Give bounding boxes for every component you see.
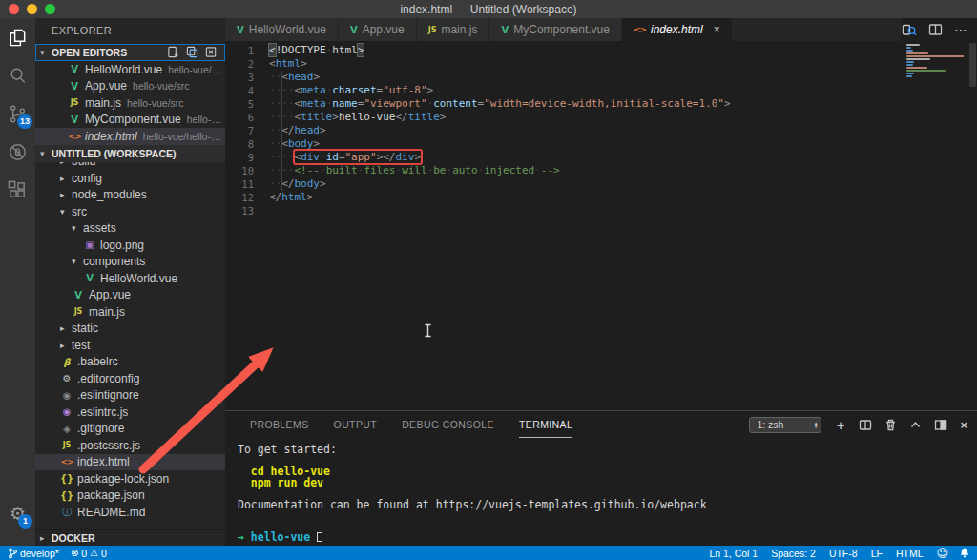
terminal-line: Documentation can be found at https://vu… bbox=[238, 500, 977, 511]
tree-item-components[interactable]: ▾components bbox=[35, 254, 225, 271]
tree-item--eslintignore[interactable]: ◉.eslintignore bbox=[35, 387, 225, 404]
tree-item-label: build bbox=[72, 162, 95, 169]
tree-item-label: package-lock.json bbox=[77, 472, 169, 486]
tree-item-label: index.html bbox=[77, 455, 130, 468]
open-editor-item[interactable]: VApp.vuehello-vue/src bbox=[35, 78, 225, 95]
close-panel-icon[interactable]: × bbox=[960, 419, 967, 431]
title-bar: index.html — Untitled (Workspace) bbox=[0, 0, 977, 18]
tree-item-build[interactable]: ▸build bbox=[35, 162, 225, 171]
tree-item-assets[interactable]: ▾assets bbox=[35, 220, 225, 238]
debug-icon[interactable] bbox=[0, 133, 35, 171]
tree-item-static[interactable]: ▸static bbox=[35, 321, 225, 338]
tree-item-app-vue[interactable]: VApp.vue bbox=[35, 287, 225, 304]
git-branch-indicator[interactable]: develop* bbox=[8, 548, 59, 559]
editor-scrollbar[interactable] bbox=[969, 43, 976, 87]
tree-item--babelrc[interactable]: β.babelrc bbox=[35, 354, 225, 371]
new-terminal-icon[interactable]: ＋ bbox=[834, 419, 846, 431]
open-editor-path: hello-vue/src/… bbox=[168, 64, 225, 75]
kill-terminal-icon[interactable] bbox=[884, 419, 897, 431]
docker-section-header[interactable]: ▸ DOCKER bbox=[35, 529, 225, 546]
save-all-icon[interactable] bbox=[186, 46, 198, 60]
code-line: 4····<meta·charset="utf-8"> bbox=[225, 84, 977, 97]
tree-item-main-js[interactable]: JSmain.js bbox=[35, 303, 225, 321]
status-language-mode[interactable]: HTML bbox=[896, 548, 924, 559]
status-encoding[interactable]: UTF-8 bbox=[829, 548, 858, 559]
terminal-output[interactable]: To get started: cd hello-vue npm run dev… bbox=[225, 438, 977, 546]
explorer-sidebar: EXPLORER ▾ OPEN EDITORS VHelloWorld.vueh… bbox=[35, 18, 225, 546]
tree-item-helloworld-vue[interactable]: VHelloWorld.vue bbox=[35, 270, 225, 287]
new-untitled-file-icon[interactable] bbox=[167, 46, 179, 60]
editor-tab-main-js[interactable]: JSmain.js bbox=[417, 18, 490, 41]
terminal-line bbox=[238, 456, 977, 467]
status-cursor-position[interactable]: Ln 1, Col 1 bbox=[709, 548, 758, 559]
open-preview-icon[interactable] bbox=[902, 23, 917, 37]
explorer-icon[interactable] bbox=[0, 18, 35, 56]
open-editor-item[interactable]: VMyComponent.vuehello-vue… bbox=[35, 112, 225, 129]
bottom-panel: PROBLEMSOUTPUTDEBUG CONSOLETERMINAL 1: z… bbox=[225, 410, 977, 546]
tab-label: HelloWorld.vue bbox=[249, 23, 326, 36]
highlight-box: <div·id="app"></div> bbox=[295, 151, 422, 163]
tree-item-index-html[interactable]: <>index.html bbox=[35, 454, 225, 471]
tree-item--editorconfig[interactable]: ⚙.editorconfig bbox=[35, 370, 225, 387]
tree-item-label: .editorconfig bbox=[77, 372, 139, 385]
branch-icon bbox=[8, 548, 17, 559]
minimap[interactable] bbox=[906, 44, 966, 81]
html-file-icon: <> bbox=[68, 132, 81, 141]
esl-p-file-icon: ◉ bbox=[60, 406, 73, 417]
tree-item-label: HelloWorld.vue bbox=[100, 272, 177, 285]
chevron-right-icon: ▸ bbox=[60, 323, 72, 333]
status-eol[interactable]: LF bbox=[871, 548, 883, 559]
panel-tab-output[interactable]: OUTPUT bbox=[334, 411, 378, 438]
notifications-bell-icon[interactable] bbox=[960, 548, 969, 558]
line-number: 7 bbox=[225, 124, 254, 137]
more-actions-icon[interactable]: ⋯ bbox=[954, 25, 967, 34]
source-control-icon[interactable]: 13 bbox=[0, 94, 35, 133]
panel-tab-debug-console[interactable]: DEBUG CONSOLE bbox=[402, 411, 494, 438]
problems-indicator[interactable]: ⊗0 ⚠0 bbox=[71, 548, 107, 559]
open-editors-header[interactable]: ▾ OPEN EDITORS bbox=[35, 44, 225, 61]
code-editor[interactable]: 1<!DOCTYPE·html>2<html>3··<head>4····<me… bbox=[225, 41, 977, 410]
search-icon[interactable] bbox=[0, 56, 35, 94]
tree-item--gitignore[interactable]: ◈.gitignore bbox=[35, 421, 225, 438]
tree-item-src[interactable]: ▾src bbox=[35, 203, 225, 220]
split-terminal-icon[interactable] bbox=[859, 419, 872, 431]
extensions-icon[interactable] bbox=[0, 171, 35, 209]
code-line: 2<html> bbox=[225, 57, 977, 71]
tree-item-readme-md[interactable]: ⓘREADME.md bbox=[35, 504, 225, 521]
panel-tab-terminal[interactable]: TERMINAL bbox=[519, 411, 572, 438]
manage-gear-icon[interactable]: ⚙ 1 bbox=[0, 494, 35, 532]
open-editor-name: App.vue bbox=[85, 79, 127, 93]
editor-tab-app-vue[interactable]: VApp.vue bbox=[339, 18, 417, 41]
terminal-cursor bbox=[317, 532, 322, 542]
tree-item--eslintrc-js[interactable]: ◉.eslintrc.js bbox=[35, 404, 225, 421]
vue-file-icon: V bbox=[68, 114, 81, 125]
status-indentation[interactable]: Spaces: 2 bbox=[771, 548, 816, 559]
line-number: 10 bbox=[225, 164, 254, 177]
tree-item-test[interactable]: ▸test bbox=[35, 337, 225, 354]
json-file-icon: {} bbox=[60, 473, 73, 484]
open-editor-item[interactable]: JSmain.jshello-vue/src bbox=[35, 94, 225, 112]
terminal-line bbox=[238, 510, 977, 522]
terminal-shell-select[interactable]: 1: zsh ▴▾ bbox=[749, 417, 821, 433]
open-editor-item[interactable]: <>index.htmlhello-vue/hello-vue bbox=[35, 128, 225, 145]
feedback-smiley-icon[interactable]: ☺ bbox=[936, 547, 948, 560]
split-editor-icon[interactable] bbox=[928, 23, 943, 36]
editor-tab-index-html[interactable]: <>index.html× bbox=[622, 18, 733, 41]
collapse-panel-icon[interactable] bbox=[909, 419, 922, 430]
editor-tab-mycomponent-vue[interactable]: VMyComponent.vue bbox=[489, 18, 621, 41]
tree-item-config[interactable]: ▸config bbox=[35, 170, 225, 187]
tree-item--postcssrc-js[interactable]: JS.postcssrc.js bbox=[35, 437, 225, 454]
editor-tab-helloworld-vue[interactable]: VHelloWorld.vue bbox=[225, 18, 339, 41]
maximize-panel-icon[interactable] bbox=[934, 419, 947, 431]
close-tab-icon[interactable]: × bbox=[714, 23, 720, 36]
panel-tab-problems[interactable]: PROBLEMS bbox=[250, 411, 309, 438]
open-editor-path: hello-vue/src bbox=[133, 80, 190, 92]
open-editor-item[interactable]: VHelloWorld.vuehello-vue/src/… bbox=[35, 61, 225, 78]
tree-item-node-modules[interactable]: ▸node_modules bbox=[35, 187, 225, 204]
tree-item-package-json[interactable]: {}package.json bbox=[35, 487, 225, 505]
git-file-icon: ◈ bbox=[60, 424, 73, 434]
tree-item-package-lock-json[interactable]: {}package-lock.json bbox=[35, 470, 225, 487]
close-all-editors-icon[interactable] bbox=[205, 46, 218, 60]
tree-item-logo-png[interactable]: ▣logo.png bbox=[35, 237, 225, 254]
workspace-section-header[interactable]: ▾ UNTITLED (WORKSPACE) bbox=[35, 145, 225, 162]
